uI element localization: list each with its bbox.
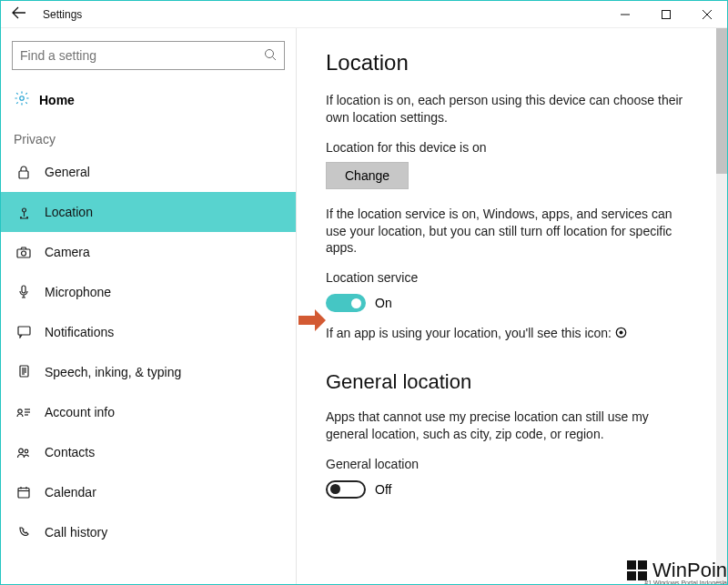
general-location-toggle[interactable] xyxy=(326,480,366,499)
sidebar-item-label: Camera xyxy=(45,245,90,259)
scrollbar[interactable] xyxy=(716,28,727,584)
svg-point-12 xyxy=(22,251,26,256)
sidebar-item-label: Call history xyxy=(45,525,107,540)
sidebar-item-location[interactable]: Location xyxy=(1,192,296,232)
microphone-icon xyxy=(14,285,34,299)
svg-rect-15 xyxy=(20,366,28,377)
general-location-heading: General location xyxy=(326,370,709,394)
watermark: WinPoin #1 Windows Portal Indonesia xyxy=(627,559,727,582)
general-location-label: General location xyxy=(326,456,690,473)
sidebar-item-notifications[interactable]: Notifications xyxy=(1,312,296,352)
icon-note: If an app is using your location, you'll… xyxy=(326,325,690,343)
sidebar-item-label: General xyxy=(45,165,90,179)
location-in-use-icon xyxy=(615,326,627,343)
sidebar-item-account-info[interactable]: Account info xyxy=(1,392,296,432)
svg-line-5 xyxy=(273,56,277,60)
location-intro: If location is on, each person using thi… xyxy=(326,92,690,126)
lock-icon xyxy=(14,166,34,179)
page-heading: Location xyxy=(326,50,709,76)
svg-point-20 xyxy=(18,409,22,413)
sidebar-item-camera[interactable]: Camera xyxy=(1,232,296,272)
home-link[interactable]: Home xyxy=(1,83,296,123)
winpoin-logo-icon xyxy=(627,560,647,580)
sidebar-item-general[interactable]: General xyxy=(1,152,296,192)
notifications-icon xyxy=(14,326,34,338)
scrollbar-thumb[interactable] xyxy=(716,28,727,174)
service-description: If the location service is on, Windows, … xyxy=(326,206,690,257)
svg-point-9 xyxy=(20,217,21,217)
svg-point-24 xyxy=(19,449,24,453)
location-service-state: On xyxy=(375,296,392,310)
svg-point-8 xyxy=(22,208,25,212)
speech-icon xyxy=(14,365,34,379)
privacy-group-label: Privacy xyxy=(1,123,296,152)
main-panel: Location If location is on, each person … xyxy=(297,28,727,584)
svg-rect-14 xyxy=(18,327,30,335)
sidebar-item-call-history[interactable]: Call history xyxy=(1,512,296,552)
window-title: Settings xyxy=(37,8,82,21)
location-service-label: Location service xyxy=(326,269,690,287)
sidebar-item-label: Microphone xyxy=(45,285,111,299)
location-pin-icon xyxy=(14,206,34,219)
home-label: Home xyxy=(39,93,75,107)
svg-point-6 xyxy=(20,96,25,101)
back-button[interactable] xyxy=(1,6,37,23)
sidebar-item-label: Contacts xyxy=(45,445,95,459)
svg-point-4 xyxy=(266,49,274,57)
sidebar-item-calendar[interactable]: Calendar xyxy=(1,472,296,512)
search-input[interactable] xyxy=(12,41,285,70)
general-location-desc: Apps that cannot use my precise location… xyxy=(326,408,690,443)
minimize-button[interactable] xyxy=(604,2,645,27)
annotation-arrow xyxy=(298,309,326,335)
svg-rect-13 xyxy=(22,286,25,293)
sidebar-item-label: Speech, inking, & typing xyxy=(45,365,181,379)
change-button[interactable]: Change xyxy=(326,162,409,189)
camera-icon xyxy=(14,247,34,258)
sidebar-item-contacts[interactable]: Contacts xyxy=(1,432,296,472)
sidebar: Home Privacy General Location Camera Mic… xyxy=(1,28,297,584)
svg-rect-7 xyxy=(19,171,28,178)
general-location-state: Off xyxy=(375,482,391,497)
svg-rect-11 xyxy=(17,249,30,257)
sidebar-item-speech[interactable]: Speech, inking, & typing xyxy=(1,352,296,392)
svg-point-10 xyxy=(26,217,27,217)
contacts-icon xyxy=(14,447,34,459)
gear-icon xyxy=(14,90,30,110)
sidebar-item-label: Notifications xyxy=(45,325,114,339)
sidebar-item-microphone[interactable]: Microphone xyxy=(1,272,296,312)
sidebar-item-label: Account info xyxy=(45,405,115,419)
svg-point-25 xyxy=(25,449,28,453)
svg-point-31 xyxy=(619,331,622,335)
device-status-label: Location for this device is on xyxy=(326,139,690,156)
sidebar-item-label: Location xyxy=(45,205,93,219)
svg-rect-1 xyxy=(662,10,670,18)
svg-rect-26 xyxy=(18,489,29,499)
watermark-sub: #1 Windows Portal Indonesia xyxy=(644,580,727,585)
search-field[interactable] xyxy=(20,48,264,63)
titlebar: Settings xyxy=(1,1,727,28)
account-info-icon xyxy=(14,407,34,418)
close-button[interactable] xyxy=(686,2,727,27)
location-service-toggle[interactable] xyxy=(326,294,366,312)
maximize-button[interactable] xyxy=(645,2,686,27)
search-icon xyxy=(264,48,277,64)
sidebar-item-label: Calendar xyxy=(45,485,96,499)
call-history-icon xyxy=(14,526,34,539)
calendar-icon xyxy=(14,486,34,499)
